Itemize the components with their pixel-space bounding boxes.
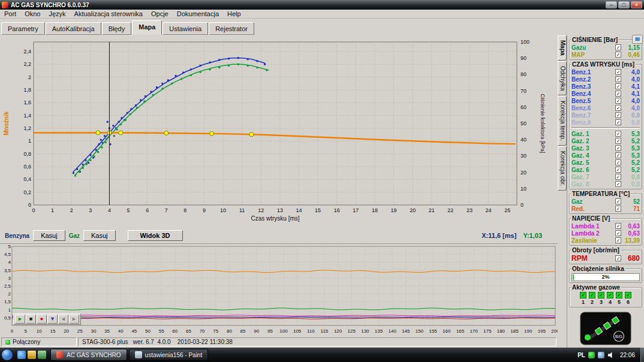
led-number: 5 xyxy=(618,299,621,305)
side-tab-korekcja-obr[interactable]: Korekcja obr. xyxy=(558,146,567,191)
marker-button[interactable]: ▼ xyxy=(47,315,58,324)
led-number: 6 xyxy=(627,299,630,305)
svg-text:1: 1 xyxy=(28,138,31,144)
svg-text:25: 25 xyxy=(77,328,83,334)
quicklaunch-icon-2[interactable] xyxy=(28,351,36,359)
value-number: 0,0 xyxy=(623,181,640,188)
record-button[interactable]: ● xyxy=(37,315,47,324)
checkbox[interactable]: ✓ xyxy=(615,69,621,75)
checkbox[interactable]: ✓ xyxy=(615,159,621,165)
svg-text:2,4: 2,4 xyxy=(23,49,31,55)
value-label: Gaz. 1 xyxy=(571,131,615,137)
checkbox[interactable]: ✓ xyxy=(615,167,621,173)
title-bar: AC GAS SYNCHRO 6.0.0.37 – □ × xyxy=(0,0,644,10)
gaz-label: Gaz xyxy=(69,233,80,239)
step-forward-button[interactable]: ► xyxy=(69,315,79,324)
value-row: Benz.7✓0,0 xyxy=(571,111,640,119)
tab-rejestrator[interactable]: Rejestrator xyxy=(209,22,254,35)
checkbox[interactable]: ✓ xyxy=(615,181,621,187)
recorder-chart[interactable]: 0510152025303540455055606570758085909510… xyxy=(0,244,558,336)
value-row: Lambda 1✓0,63 xyxy=(571,222,640,230)
checkbox[interactable]: ✓ xyxy=(615,112,621,118)
injection-group-title: CZAS WTRYSKU [ms] xyxy=(571,61,636,68)
svg-text:105: 105 xyxy=(293,328,302,334)
menu-item-aktualizacja-sterownika[interactable]: Aktualizacja sterownika xyxy=(70,10,147,17)
play-button[interactable]: ► xyxy=(15,315,25,324)
checkbox[interactable]: ✓ xyxy=(615,255,621,261)
svg-text:0: 0 xyxy=(520,202,523,208)
checkbox[interactable]: ✓ xyxy=(615,223,621,229)
map-controls-row: Benzyna Kasuj Gaz Kasuj Widok 3D X:11,6 … xyxy=(0,228,558,243)
show-desktop-button[interactable] xyxy=(640,348,644,362)
menu-item-j-zyk[interactable]: Język xyxy=(44,10,70,17)
checkbox[interactable]: ✓ xyxy=(615,230,621,236)
side-tab-odchy-ka[interactable]: Odchyłka xyxy=(558,61,567,96)
checkbox[interactable]: ✓ xyxy=(615,44,621,50)
tab-mapa[interactable]: Mapa xyxy=(132,20,162,35)
checkbox[interactable]: ✓ xyxy=(615,131,621,137)
checkbox[interactable]: ✓ xyxy=(615,152,621,158)
tray-icon-gas[interactable] xyxy=(588,352,595,358)
value-label: Gaz xyxy=(571,198,615,205)
minimize-button[interactable]: – xyxy=(606,1,617,8)
cursor-y-readout: Y:1,03 xyxy=(523,232,542,239)
value-number: 5,3 xyxy=(623,131,640,137)
changeover-switch[interactable]: B/G xyxy=(580,312,631,345)
checkbox[interactable]: ✓ xyxy=(615,52,621,58)
value-label: MAP xyxy=(571,52,615,58)
menu-item-opcje[interactable]: Opcje xyxy=(147,10,173,17)
tab-ustawienia[interactable]: Ustawienia xyxy=(162,22,208,35)
value-number: 0,63 xyxy=(623,223,640,230)
start-button[interactable] xyxy=(1,349,13,361)
svg-text:75: 75 xyxy=(213,328,218,334)
checkbox[interactable]: ✓ xyxy=(615,206,621,212)
step-back-button[interactable]: ◄ xyxy=(58,315,68,324)
language-indicator[interactable]: PL xyxy=(577,352,585,358)
active-injectors-group: Aktywne gazowe ✓1✓2✓3✓4✓5✓6 xyxy=(569,287,642,307)
side-tab-korekcja-temp[interactable]: Korekcja temp. xyxy=(558,96,567,146)
menu-item-okno[interactable]: Okno xyxy=(20,10,44,17)
checkbox[interactable]: ✓ xyxy=(615,119,621,125)
svg-text:115: 115 xyxy=(321,328,329,334)
menu-item-dokumentacja[interactable]: Dokumentacja xyxy=(173,10,223,17)
stop-button[interactable]: ■ xyxy=(26,315,36,324)
tray-icon-app[interactable] xyxy=(598,352,604,358)
volume-icon[interactable] xyxy=(607,352,615,358)
checkbox[interactable]: ✓ xyxy=(615,198,621,204)
svg-text:12: 12 xyxy=(258,207,264,213)
quicklaunch-icon-1[interactable] xyxy=(17,351,26,359)
checkbox[interactable]: ✓ xyxy=(615,105,621,111)
value-row: Gaz. 4✓5,3 xyxy=(571,152,640,159)
benzyna-clear-button[interactable]: Kasuj xyxy=(33,230,65,241)
checkbox[interactable]: ✓ xyxy=(615,237,621,243)
tab-parametry[interactable]: Parametry xyxy=(1,22,45,35)
taskbar-app-ustawienia156-paint[interactable]: ustawienia156 - Paint xyxy=(129,349,209,361)
quicklaunch-icon-3[interactable] xyxy=(38,351,46,359)
checkbox[interactable]: ✓ xyxy=(615,83,621,89)
svg-text:15: 15 xyxy=(50,328,55,334)
sidebar: ≋ CIŚNIENIE [Bar] Gazu✓1,15MAP✓0,46 CZAS… xyxy=(567,35,644,348)
checkbox[interactable]: ✓ xyxy=(615,98,621,104)
checkbox[interactable]: ✓ xyxy=(615,138,621,144)
side-tab-strip: MapaOdchyłkaKorekcja temp.Korekcja obr. xyxy=(558,35,567,348)
pressure-rows: Gazu✓1,15MAP✓0,46 xyxy=(571,44,640,58)
checkbox[interactable]: ✓ xyxy=(615,76,621,82)
side-tab-mapa[interactable]: Mapa xyxy=(558,35,567,61)
maximize-button[interactable]: □ xyxy=(618,1,630,8)
menu-item-help[interactable]: Help xyxy=(223,10,245,17)
injection-map-chart[interactable]: 0123456789101112131415161718192021222324… xyxy=(0,35,558,228)
checkbox[interactable]: ✓ xyxy=(615,174,621,180)
menu-item-port[interactable]: Port xyxy=(0,10,20,17)
tab-b-dy[interactable]: Błędy xyxy=(102,22,132,35)
checkbox[interactable]: ✓ xyxy=(615,145,621,151)
close-button[interactable]: × xyxy=(631,1,642,8)
gaz-clear-button[interactable]: Kasuj xyxy=(83,230,116,241)
pressure-group-title: CIŚNIENIE [Bar] xyxy=(571,37,619,43)
tab-autokalibracja[interactable]: AutoKalibracja xyxy=(46,22,101,35)
svg-text:0,8: 0,8 xyxy=(23,151,31,157)
taskbar-app-ac-gas-synchro[interactable]: AC GAS SYNCHRO xyxy=(50,349,127,361)
benzyna-label: Benzyna xyxy=(5,233,29,239)
checkbox[interactable]: ✓ xyxy=(615,90,621,96)
connection-icon[interactable]: ≋ xyxy=(632,35,643,44)
view-3d-button[interactable]: Widok 3D xyxy=(128,230,183,241)
